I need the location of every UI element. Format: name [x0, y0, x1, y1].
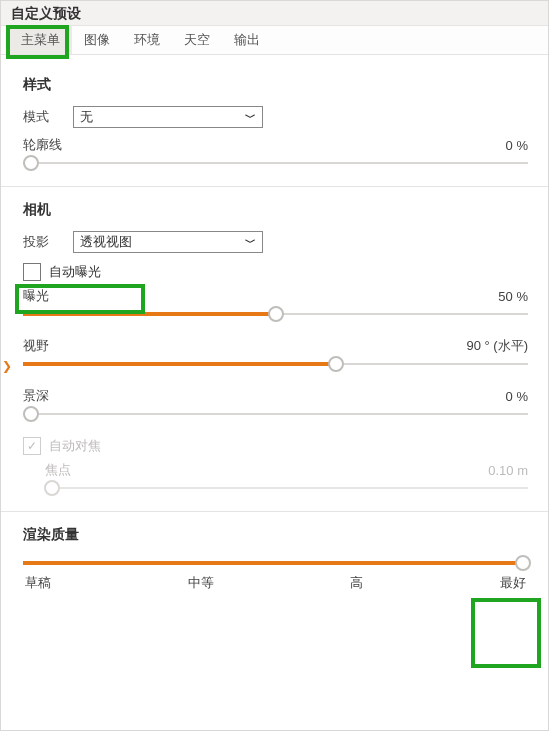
quality-label-medium: 中等: [188, 574, 214, 592]
panel-content: 样式 模式 无 ﹀ 轮廓线 0 % 相机 投影 透视视图 ﹀: [1, 54, 548, 730]
fov-slider[interactable]: [23, 357, 528, 371]
focus-slider-thumb: [44, 480, 60, 496]
divider: [1, 511, 548, 512]
projection-select[interactable]: 透视视图 ﹀: [73, 231, 263, 253]
divider: [1, 186, 548, 187]
settings-window: 自定义预设 主菜单 图像 环境 天空 输出 ❯ 样式 模式 无 ﹀ 轮廓线 0 …: [0, 0, 549, 731]
outline-label: 轮廓线: [23, 136, 62, 154]
outline-slider-thumb[interactable]: [23, 155, 39, 171]
quality-slider-thumb[interactable]: [515, 555, 531, 571]
projection-select-value: 透视视图: [80, 233, 132, 251]
quality-slider[interactable]: [23, 556, 528, 570]
exposure-label: 曝光: [23, 287, 49, 305]
exposure-slider-fill: [23, 312, 276, 316]
exposure-slider[interactable]: [23, 307, 528, 321]
row-auto-exposure: 自动曝光: [23, 263, 528, 281]
autofocus-checkbox[interactable]: ✓: [23, 437, 41, 455]
row-autofocus: ✓ 自动对焦: [23, 437, 528, 455]
exposure-slider-thumb[interactable]: [268, 306, 284, 322]
chevron-down-icon: ﹀: [245, 235, 256, 250]
tab-image[interactable]: 图像: [72, 26, 122, 54]
row-exposure: 曝光 50 %: [23, 287, 528, 305]
tab-environment[interactable]: 环境: [122, 26, 172, 54]
dof-label: 景深: [23, 387, 49, 405]
autofocus-label: 自动对焦: [49, 437, 101, 455]
focus-label: 焦点: [45, 461, 71, 479]
tab-sky[interactable]: 天空: [172, 26, 222, 54]
fov-slider-thumb[interactable]: [328, 356, 344, 372]
mode-select-value: 无: [80, 108, 93, 126]
dof-slider[interactable]: [23, 407, 528, 421]
window-title: 自定义预设: [1, 1, 548, 26]
chevron-down-icon: ﹀: [245, 110, 256, 125]
projection-label: 投影: [23, 233, 73, 251]
section-quality-title: 渲染质量: [23, 526, 528, 544]
row-focus: 焦点 0.10 m: [23, 461, 528, 479]
fov-slider-fill: [23, 362, 336, 366]
check-icon: ✓: [27, 440, 37, 452]
focus-value: 0.10 m: [488, 463, 528, 478]
auto-exposure-checkbox[interactable]: [23, 263, 41, 281]
quality-label-high: 高: [350, 574, 363, 592]
auto-exposure-label: 自动曝光: [49, 263, 101, 281]
section-camera-title: 相机: [23, 201, 528, 219]
exposure-value: 50 %: [498, 289, 528, 304]
row-dof: 景深 0 %: [23, 387, 528, 405]
quality-slider-fill: [23, 561, 523, 565]
row-projection: 投影 透视视图 ﹀: [23, 231, 528, 253]
outline-slider-line: [23, 162, 528, 164]
dof-slider-thumb[interactable]: [23, 406, 39, 422]
quality-label-draft: 草稿: [25, 574, 51, 592]
row-outline: 轮廓线 0 %: [23, 136, 528, 154]
quality-labels: 草稿 中等 高 最好: [23, 574, 528, 592]
dof-value: 0 %: [506, 389, 528, 404]
outline-value: 0 %: [506, 138, 528, 153]
tab-bar: 主菜单 图像 环境 天空 输出: [1, 26, 548, 55]
focus-slider: [45, 481, 528, 495]
tab-output[interactable]: 输出: [222, 26, 272, 54]
mode-label: 模式: [23, 108, 73, 126]
section-style-title: 样式: [23, 76, 528, 94]
row-mode: 模式 无 ﹀: [23, 106, 528, 128]
dof-slider-line: [23, 413, 528, 415]
focus-slider-line: [45, 487, 528, 489]
fov-label: 视野: [23, 337, 49, 355]
panel-collapse-chevron-icon[interactable]: ❯: [2, 360, 12, 372]
tab-main[interactable]: 主菜单: [9, 26, 72, 54]
outline-slider[interactable]: [23, 156, 528, 170]
mode-select[interactable]: 无 ﹀: [73, 106, 263, 128]
row-fov: 视野 90 ° (水平): [23, 337, 528, 355]
fov-value: 90 ° (水平): [466, 337, 528, 355]
quality-label-best: 最好: [500, 574, 526, 592]
